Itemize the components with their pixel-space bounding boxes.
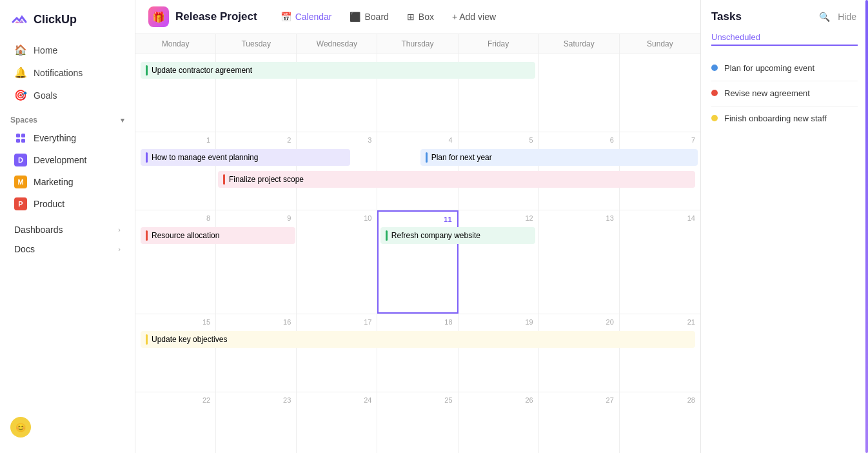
product-icon: P <box>14 197 27 210</box>
product-label: Product <box>34 199 64 209</box>
week2-cell-0[interactable]: 8 <box>135 210 216 314</box>
event-accent <box>386 230 388 241</box>
grid-icon <box>14 132 27 145</box>
event-resource-allocation[interactable]: Resource allocation <box>141 227 295 244</box>
nav-home[interactable]: 🏠 Home <box>4 39 131 61</box>
task-label-0: Plan for upcoming event <box>724 63 814 74</box>
spaces-chevron-icon[interactable]: ▾ <box>121 116 124 125</box>
day-header-sunday: Sunday <box>620 34 700 54</box>
everything-label: Everything <box>34 133 76 143</box>
sidebar-item-product[interactable]: P Product <box>4 193 131 215</box>
svg-rect-1 <box>21 134 25 137</box>
sidebar-item-docs[interactable]: Docs › <box>4 239 131 259</box>
target-icon: 🎯 <box>14 89 27 101</box>
docs-arrow-icon: › <box>118 245 121 253</box>
event-manage-planning[interactable]: How to manage event planning <box>141 149 350 166</box>
dashboards-arrow-icon: › <box>118 226 121 234</box>
tab-calendar[interactable]: 📅 Calendar <box>273 8 340 26</box>
week2-cell-1[interactable]: 9 <box>216 210 297 314</box>
week2-cell-5[interactable]: 13 <box>539 210 620 314</box>
event-accent <box>426 152 428 163</box>
week2-cell-3[interactable]: 11 <box>377 210 458 314</box>
right-panel-header: Tasks 🔍 Hide <box>711 10 858 23</box>
user-avatar[interactable]: 😊 <box>10 417 31 438</box>
event-update-contractor[interactable]: Update contractor agreement <box>141 62 535 79</box>
week4-cell-5[interactable]: 27 <box>539 392 620 453</box>
task-dot-2 <box>711 115 718 121</box>
event-finalize-scope[interactable]: Finalize project scope <box>218 171 695 188</box>
svg-rect-3 <box>21 139 25 143</box>
task-label-2: Finish onboarding new staff <box>724 113 827 125</box>
day-header-tuesday: Tuesday <box>216 34 297 54</box>
hide-button[interactable]: Hide <box>836 10 858 23</box>
add-view-button[interactable]: + Add view <box>444 8 504 26</box>
event-accent <box>146 334 148 345</box>
week3-cell-4[interactable]: 19 <box>459 314 539 392</box>
calendar-tab-icon: 📅 <box>281 12 291 22</box>
day-header-monday: Monday <box>135 34 216 54</box>
event-plan-next-year[interactable]: Plan for next year <box>420 149 698 166</box>
sidebar-item-dashboards[interactable]: Dashboards › <box>4 220 131 239</box>
day-header-wednesday: Wednesday <box>297 34 377 54</box>
dashboards-label: Dashboards <box>14 225 63 235</box>
event-refresh-website[interactable]: Refresh company website <box>380 227 535 244</box>
event-update-objectives[interactable]: Update key objectives <box>141 331 695 348</box>
bell-icon: 🔔 <box>14 66 27 79</box>
svg-rect-0 <box>16 134 20 137</box>
right-panel: Tasks 🔍 Hide Unscheduled Plan for upcomi… <box>700 0 868 453</box>
week4-cell-0[interactable]: 22 <box>135 392 216 453</box>
day-header-saturday: Saturday <box>539 34 620 54</box>
topbar: 🎁 Release Project 📅 Calendar ⬛ Board ⊞ B… <box>135 0 700 34</box>
unscheduled-tab[interactable]: Unscheduled <box>711 32 858 46</box>
sidebar-item-marketing[interactable]: M Marketing <box>4 171 131 193</box>
week-row-2: 8 9 10 11 12 13 14 Resource allocation <box>135 210 700 314</box>
week2-cell-4[interactable]: 12 <box>459 210 539 314</box>
week3-cell-1[interactable]: 16 <box>216 314 297 392</box>
week4-cell-1[interactable]: 23 <box>216 392 297 453</box>
week3-cell-3[interactable]: 18 <box>377 314 458 392</box>
board-tab-icon: ⬛ <box>350 12 360 22</box>
nav-notifications[interactable]: 🔔 Notifications <box>4 61 131 84</box>
task-item-2[interactable]: Finish onboarding new staff <box>711 106 858 131</box>
week3-cell-6[interactable]: 21 <box>620 314 700 392</box>
week3-cell-2[interactable]: 17 <box>297 314 377 392</box>
week2-cell-6[interactable]: 14 <box>620 210 700 314</box>
development-icon: D <box>14 154 27 166</box>
sidebar: ClickUp 🏠 Home 🔔 Notifications 🎯 Goals S… <box>0 0 135 453</box>
week4-cell-3[interactable]: 25 <box>377 392 458 453</box>
task-dot-1 <box>711 90 718 96</box>
marketing-icon: M <box>14 176 27 188</box>
clickup-logo-icon <box>10 10 28 28</box>
nav-goals-label: Goals <box>34 90 57 101</box>
task-item-0[interactable]: Plan for upcoming event <box>711 56 858 81</box>
view-tabs: 📅 Calendar ⬛ Board ⊞ Box + Add view <box>273 8 504 26</box>
calendar-area[interactable]: Monday Tuesday Wednesday Thursday Friday… <box>135 34 700 453</box>
week-row-0: Update contractor agreement <box>135 54 700 132</box>
home-icon: 🏠 <box>14 44 27 56</box>
tab-box[interactable]: ⊞ Box <box>399 8 442 26</box>
app-name: ClickUp <box>34 13 77 26</box>
calendar-body: Update contractor agreement 1 2 3 4 5 6 … <box>135 54 700 453</box>
sidebar-item-development[interactable]: D Development <box>4 149 131 171</box>
week4-cell-6[interactable]: 28 <box>620 392 700 453</box>
sidebar-item-everything[interactable]: Everything <box>4 127 131 149</box>
tab-board[interactable]: ⬛ Board <box>342 8 396 26</box>
event-accent <box>146 65 148 76</box>
week3-cell-5[interactable]: 20 <box>539 314 620 392</box>
nav-goals[interactable]: 🎯 Goals <box>4 84 131 106</box>
marketing-label: Marketing <box>34 177 73 187</box>
event-accent <box>146 230 148 241</box>
week2-cell-2[interactable]: 10 <box>297 210 377 314</box>
day-header-thursday: Thursday <box>377 34 458 54</box>
task-item-1[interactable]: Revise new agreement <box>711 81 858 106</box>
week-row-4: 22 23 24 25 26 27 28 <box>135 392 700 453</box>
panel-actions: 🔍 Hide <box>818 10 858 23</box>
week3-cell-0[interactable]: 15 <box>135 314 216 392</box>
week4-cell-4[interactable]: 26 <box>459 392 539 453</box>
search-button[interactable]: 🔍 <box>818 10 831 23</box>
week4-cell-2[interactable]: 24 <box>297 392 377 453</box>
nav-home-label: Home <box>34 45 57 55</box>
calendar-header: Monday Tuesday Wednesday Thursday Friday… <box>135 34 700 54</box>
tasks-panel-title: Tasks <box>711 10 742 23</box>
task-label-1: Revise new agreement <box>724 88 810 99</box>
